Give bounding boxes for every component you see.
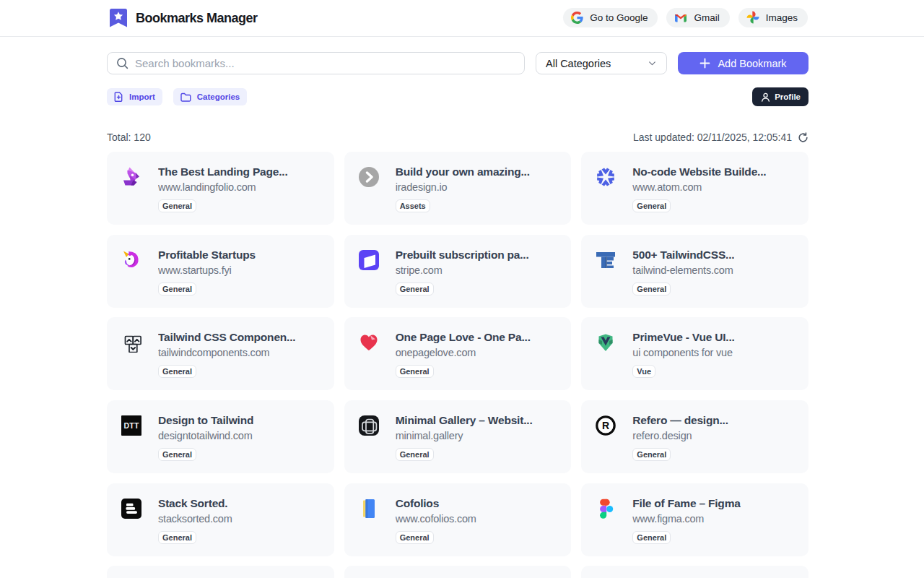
- svg-text:DTT: DTT: [123, 421, 139, 430]
- svg-text:R: R: [602, 420, 609, 431]
